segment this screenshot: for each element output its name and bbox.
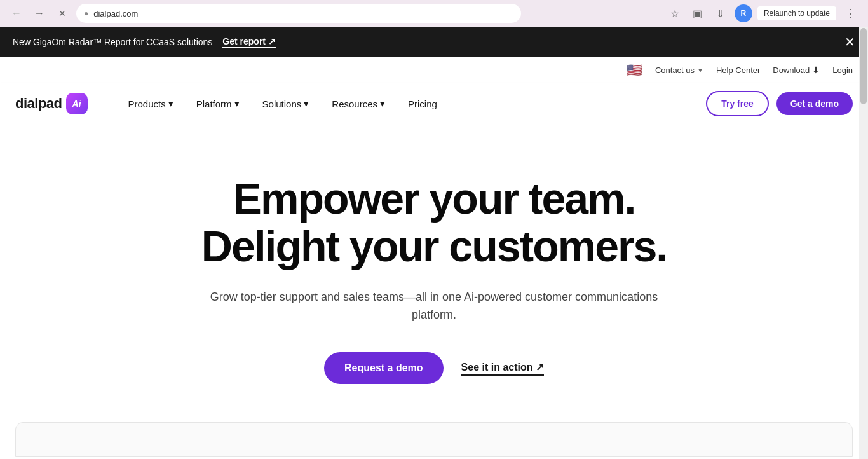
download-link[interactable]: Download ⬇ [773,65,820,75]
announcement-text: New GigaOm Radar™ Report for CCaaS solut… [13,36,276,48]
contact-us-label: Contact us [655,65,695,75]
hero-subtitle: Grow top-tier support and sales teams—al… [199,288,669,325]
solutions-chevron-icon: ▾ [304,98,309,109]
relaunch-label: Relaunch to update [764,9,830,18]
nav-actions: Try free Get a demo [706,91,853,116]
platform-chevron-icon: ▾ [234,98,240,109]
utility-bar-items: 🇺🇸 Contact us ▼ Help Center Download ⬇ L… [627,62,853,78]
nav-resources-label: Resources [332,99,377,109]
get-report-link[interactable]: Get report ↗ [222,36,276,48]
resources-chevron-icon: ▾ [380,98,385,109]
help-center-label: Help Center [716,65,760,75]
hero-title-line1: Empower your team. [233,174,635,223]
announcement-copy: New GigaOm Radar™ Report for CCaaS solut… [13,37,212,47]
download-browser-button[interactable]: ⇓ [712,4,729,22]
address-icon: ● [84,9,88,18]
nav-products[interactable]: Products ▾ [118,93,184,114]
logo[interactable]: dialpad Ai [15,93,88,114]
get-demo-button[interactable]: Get a demo [776,92,853,115]
hero-section: Empower your team. Delight your customer… [0,124,868,422]
logo-ai-badge: Ai [66,93,88,114]
nav-solutions[interactable]: Solutions ▾ [252,93,320,114]
products-chevron-icon: ▾ [168,98,173,109]
nav-links: Products ▾ Platform ▾ Solutions ▾ Resour… [118,93,707,114]
bottom-card-hint [15,422,853,457]
browser-chrome: ← → ✕ ● dialpad.com ☆ ▣ ⇓ R Relaunch to … [0,0,868,27]
flag-icon: 🇺🇸 [627,62,642,78]
reload-button[interactable]: ✕ [53,4,71,22]
hero-title-line2: Delight your customers. [201,222,667,270]
nav-pricing-label: Pricing [408,99,437,109]
back-button[interactable]: ← [8,4,25,22]
relaunch-button[interactable]: Relaunch to update [757,6,836,20]
nav-resources[interactable]: Resources ▾ [322,93,395,114]
nav-platform[interactable]: Platform ▾ [186,93,250,114]
scrollbar-thumb [860,28,867,104]
contact-us-link[interactable]: Contact us ▼ [655,65,703,75]
profile-button[interactable]: R [735,4,752,22]
extensions-button[interactable]: ▣ [689,4,707,22]
announcement-banner: New GigaOm Radar™ Report for CCaaS solut… [0,27,868,57]
contact-chevron-icon: ▼ [697,67,703,74]
bookmark-button[interactable]: ☆ [666,4,684,22]
address-bar[interactable]: ● dialpad.com [76,4,521,23]
utility-bar: 🇺🇸 Contact us ▼ Help Center Download ⬇ L… [0,57,868,83]
request-demo-button[interactable]: Request a demo [324,352,444,384]
hero-title: Empower your team. Delight your customer… [25,175,843,270]
try-free-button[interactable]: Try free [706,91,769,116]
browser-actions: ☆ ▣ ⇓ R Relaunch to update ⋮ [666,4,860,22]
help-center-link[interactable]: Help Center [716,65,760,75]
nav-pricing[interactable]: Pricing [398,93,447,114]
nav-solutions-label: Solutions [262,99,302,109]
scrollbar-track[interactable] [859,27,868,457]
login-label: Login [832,65,853,75]
nav-products-label: Products [128,99,166,109]
download-icon: ⬇ [812,65,820,75]
download-label: Download [773,65,810,75]
nav-platform-label: Platform [196,99,232,109]
close-banner-button[interactable]: ✕ [844,36,855,48]
url-text: dialpad.com [93,9,138,18]
forward-button[interactable]: → [31,4,48,22]
login-link[interactable]: Login [832,65,853,75]
main-nav: dialpad Ai Products ▾ Platform ▾ Solutio… [0,83,868,124]
logo-text: dialpad [15,95,62,112]
hero-cta-group: Request a demo See it in action ↗ [25,352,843,384]
chrome-menu-button[interactable]: ⋮ [841,5,860,22]
see-in-action-link[interactable]: See it in action ↗ [461,361,544,376]
